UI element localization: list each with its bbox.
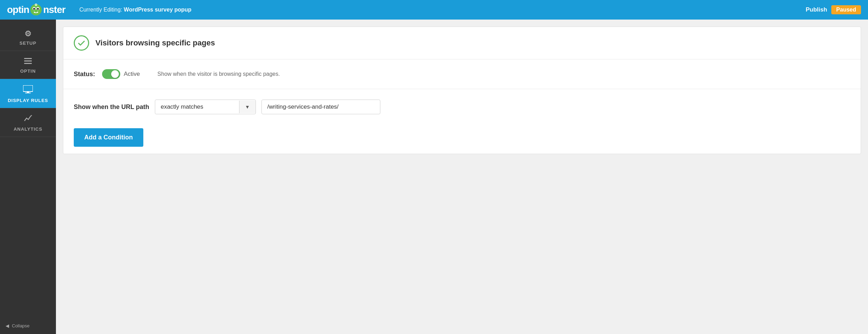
svg-rect-10 (24, 60, 32, 61)
svg-rect-5 (34, 12, 35, 13)
paused-badge: Paused (831, 5, 861, 14)
logo: optin nster Currently Editing: WordPress… (7, 3, 192, 16)
logo-monster-icon (30, 3, 42, 16)
publish-button[interactable]: Publish (806, 6, 827, 13)
header-right: Publish Paused (806, 5, 861, 14)
sidebar-label-optin: OPTIN (20, 68, 36, 74)
main-content: Visitors browsing specific pages Status:… (56, 20, 868, 334)
logo-text-start: optin (7, 4, 29, 15)
analytics-icon (24, 115, 32, 124)
sidebar-item-optin[interactable]: OPTIN (0, 51, 56, 79)
svg-point-4 (37, 8, 39, 10)
editing-prefix: Currently Editing: (79, 7, 122, 13)
app-layout: ⚙ SETUP OPTIN DISPLAY RULES (0, 20, 868, 334)
currently-editing: Currently Editing: WordPress survey popu… (79, 7, 192, 13)
status-label: Status: (74, 71, 95, 78)
monitor-icon (23, 85, 33, 96)
sidebar-item-analytics[interactable]: ANALYTICS (0, 108, 56, 137)
toggle-container: Active (102, 69, 140, 79)
status-section: Status: Active Show when the visitor is … (63, 59, 861, 89)
condition-select-wrapper: exactly matches ▼ (155, 100, 256, 114)
editing-campaign-name: WordPress survey popup (124, 7, 192, 13)
menu-icon (24, 57, 32, 66)
logo-text-end: nster (43, 4, 65, 15)
url-value-input[interactable] (261, 100, 380, 114)
sidebar-item-setup[interactable]: ⚙ SETUP (0, 23, 56, 51)
collapse-arrow-icon: ◀ (6, 323, 9, 328)
collapse-button[interactable]: ◀ Collapse (0, 318, 56, 334)
display-rules-card: Visitors browsing specific pages Status:… (63, 27, 861, 154)
sidebar-label-setup: SETUP (20, 41, 36, 46)
svg-rect-6 (37, 12, 38, 13)
sidebar-item-display-rules[interactable]: DISPLAY RULES (0, 79, 56, 108)
svg-rect-9 (24, 58, 32, 59)
url-row: Show when the URL path exactly matches ▼ (74, 100, 850, 114)
chevron-down-icon[interactable]: ▼ (239, 101, 256, 113)
check-circle-icon (74, 35, 89, 51)
sidebar-label-display-rules: DISPLAY RULES (8, 98, 48, 103)
url-path-label: Show when the URL path (74, 103, 149, 111)
card-header: Visitors browsing specific pages (63, 27, 861, 59)
condition-select-value: exactly matches (155, 100, 239, 114)
sidebar-label-analytics: ANALYTICS (14, 126, 42, 132)
svg-point-3 (33, 8, 35, 10)
card-title: Visitors browsing specific pages (95, 38, 215, 48)
sidebar: ⚙ SETUP OPTIN DISPLAY RULES (0, 20, 56, 334)
header: optin nster Currently Editing: WordPress… (0, 0, 868, 20)
toggle-active-text: Active (124, 71, 140, 78)
svg-rect-14 (25, 93, 31, 93)
url-section: Show when the URL path exactly matches ▼… (63, 89, 861, 154)
collapse-label: Collapse (12, 323, 30, 328)
active-toggle[interactable] (102, 69, 120, 79)
status-description: Show when the visitor is browsing specif… (157, 71, 280, 77)
add-condition-button[interactable]: Add a Condition (74, 128, 143, 147)
svg-rect-12 (23, 85, 33, 92)
gear-icon: ⚙ (24, 29, 32, 38)
svg-rect-11 (24, 63, 32, 64)
